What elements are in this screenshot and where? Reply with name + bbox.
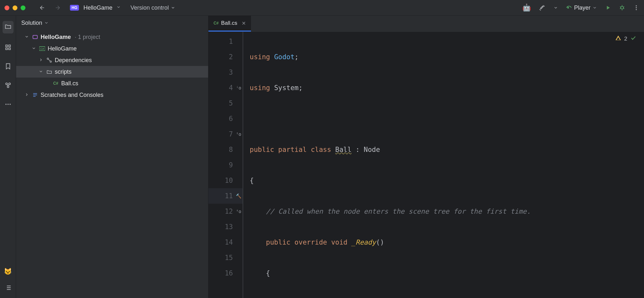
folder-icon bbox=[46, 69, 53, 75]
implements-gutter-icon[interactable]: ꜞo bbox=[236, 85, 241, 90]
line-number: 6 bbox=[229, 115, 233, 123]
solution-icon bbox=[32, 34, 39, 40]
svg-point-12 bbox=[7, 104, 9, 105]
window-controls bbox=[5, 5, 25, 10]
svg-point-11 bbox=[5, 104, 6, 105]
chevron-down-icon[interactable] bbox=[31, 45, 37, 52]
tree-root-suffix: · 1 project bbox=[75, 34, 100, 41]
run-button[interactable] bbox=[605, 5, 611, 11]
tab-label: Ball.cs bbox=[221, 20, 237, 26]
tree-scratches[interactable]: Scratches and Consoles bbox=[16, 89, 208, 101]
line-number: 3 bbox=[229, 69, 233, 76]
line-number: 10 bbox=[225, 177, 233, 184]
tree-dependencies[interactable]: Dependencies bbox=[16, 54, 208, 66]
svg-point-10 bbox=[7, 86, 9, 88]
line-number: 7 bbox=[229, 130, 233, 138]
tree-project-label: HelloGame bbox=[48, 45, 77, 52]
version-control-menu[interactable]: Version control bbox=[130, 5, 175, 11]
svg-rect-7 bbox=[8, 48, 10, 50]
svg-point-0 bbox=[621, 6, 623, 9]
chevron-right-icon[interactable] bbox=[38, 57, 44, 64]
line-number: 15 bbox=[225, 254, 233, 262]
tree-scratches-label: Scratches and Consoles bbox=[41, 92, 103, 98]
inspection-widget[interactable]: 2 bbox=[615, 35, 636, 42]
svg-rect-6 bbox=[5, 48, 7, 50]
titlebar: HG HelloGame Version control 🤖 Player bbox=[0, 0, 644, 16]
solution-tree: HelloGame · 1 project C# HelloGame bbox=[16, 30, 208, 102]
line-number: 5 bbox=[229, 99, 233, 107]
csharp-file-icon: C# bbox=[52, 81, 59, 86]
nav-forward-button[interactable] bbox=[54, 5, 61, 11]
svg-rect-5 bbox=[8, 45, 10, 47]
ok-check-icon bbox=[630, 35, 636, 42]
dependencies-icon bbox=[46, 57, 53, 63]
line-number: 9 bbox=[229, 161, 233, 169]
svg-rect-14 bbox=[33, 35, 37, 39]
chevron-right-icon[interactable] bbox=[24, 92, 30, 98]
override-gutter-icon[interactable]: ꜛo bbox=[236, 209, 241, 214]
svg-rect-4 bbox=[5, 45, 7, 47]
close-tab-icon[interactable]: ✕ bbox=[242, 20, 246, 26]
tree-file-label: Ball.cs bbox=[61, 80, 78, 87]
tree-scripts-folder[interactable]: scripts bbox=[16, 66, 208, 78]
line-number: 1 bbox=[229, 38, 233, 45]
line-number: 14 bbox=[225, 238, 233, 246]
line-number: 13 bbox=[225, 223, 233, 231]
structure-tool-icon[interactable] bbox=[5, 44, 12, 52]
svg-point-2 bbox=[636, 7, 637, 8]
solution-panel-title: Solution bbox=[21, 20, 42, 26]
csharp-project-icon: C# bbox=[39, 46, 46, 51]
list-tool-icon[interactable] bbox=[5, 284, 12, 293]
scratches-icon bbox=[32, 92, 39, 98]
chevron-down-icon bbox=[44, 21, 49, 25]
tree-root-label: HelloGame bbox=[41, 34, 71, 41]
hammer-gutter-icon[interactable]: 🔨 bbox=[236, 193, 241, 199]
chevron-down-icon[interactable] bbox=[24, 34, 30, 41]
more-tools-icon[interactable] bbox=[5, 101, 12, 107]
svg-point-13 bbox=[9, 104, 11, 105]
tree-scripts-label: scripts bbox=[55, 69, 72, 75]
solution-panel-header[interactable]: Solution bbox=[16, 16, 208, 30]
warning-icon bbox=[615, 35, 621, 42]
override-gutter-icon[interactable]: ꜛo bbox=[236, 132, 241, 137]
more-menu-icon[interactable] bbox=[633, 5, 639, 11]
line-number: 16 bbox=[225, 269, 233, 277]
project-badge: HG bbox=[70, 5, 79, 11]
chevron-down-icon[interactable] bbox=[38, 69, 44, 75]
project-name[interactable]: HelloGame bbox=[83, 5, 112, 11]
editor: C# Ball.cs ✕ 2 1 2 3 4ꜞo bbox=[208, 16, 644, 298]
tree-file-ball[interactable]: C# Ball.cs bbox=[16, 78, 208, 89]
godot-tool-icon[interactable]: 😺 bbox=[4, 267, 12, 275]
explorer-tool-icon[interactable] bbox=[3, 21, 14, 33]
maximize-window-button[interactable] bbox=[21, 5, 25, 10]
unit-tests-tool-icon[interactable] bbox=[5, 82, 12, 90]
project-dropdown-icon[interactable] bbox=[116, 5, 121, 11]
close-window-button[interactable] bbox=[5, 5, 9, 10]
run-config-label: Player bbox=[574, 5, 591, 11]
warning-count: 2 bbox=[624, 36, 627, 42]
more-run-dropdown-icon[interactable] bbox=[553, 5, 558, 10]
build-icon[interactable] bbox=[539, 4, 546, 11]
nav-back-button[interactable] bbox=[39, 5, 45, 11]
minimize-window-button[interactable] bbox=[13, 5, 17, 10]
tree-dependencies-label: Dependencies bbox=[55, 57, 92, 64]
svg-point-1 bbox=[636, 5, 637, 6]
line-number: 8 bbox=[229, 146, 233, 154]
line-number: 2 bbox=[229, 53, 233, 61]
line-number: 11 bbox=[225, 192, 233, 200]
line-number: 4 bbox=[229, 84, 233, 92]
left-toolbar: 😺 bbox=[0, 16, 16, 298]
code-editor[interactable]: using Godot; using System; public partia… bbox=[243, 32, 644, 298]
solution-panel: Solution HelloGame · 1 project bbox=[16, 16, 208, 298]
bookmarks-tool-icon[interactable] bbox=[5, 63, 12, 71]
svg-text:C#: C# bbox=[40, 47, 44, 51]
gutter[interactable]: 1 2 3 4ꜞo 5 6 7ꜛo 8 9 10 11🔨 12ꜛo 13 14 … bbox=[208, 32, 243, 298]
run-config-selector[interactable]: Player bbox=[566, 5, 597, 11]
godot-icon[interactable]: 🤖 bbox=[522, 4, 531, 12]
svg-point-3 bbox=[636, 9, 637, 10]
tree-root[interactable]: HelloGame · 1 project bbox=[16, 31, 208, 43]
editor-tab-ball[interactable]: C# Ball.cs ✕ bbox=[208, 16, 251, 32]
debug-button[interactable] bbox=[619, 5, 625, 11]
version-control-label: Version control bbox=[130, 5, 169, 11]
tree-project[interactable]: C# HelloGame bbox=[16, 43, 208, 54]
